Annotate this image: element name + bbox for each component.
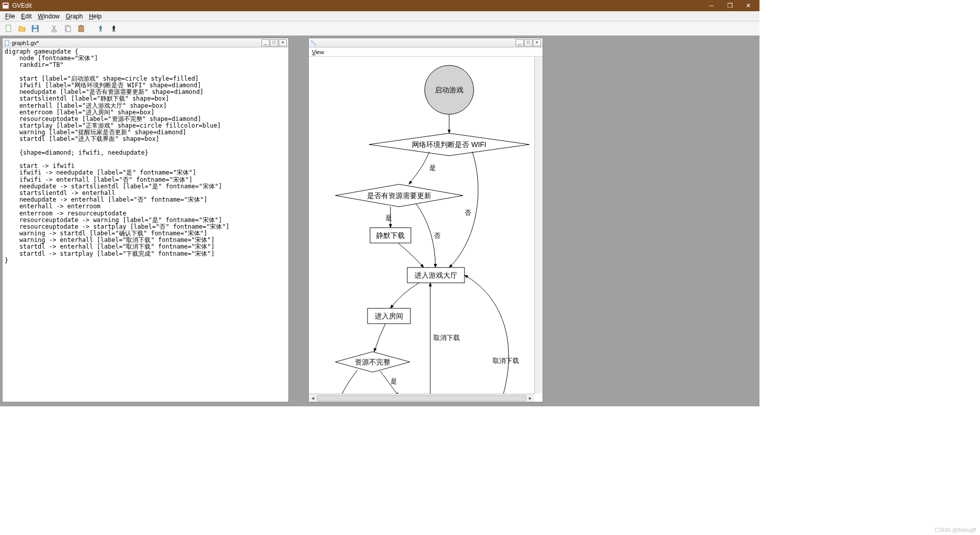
graph-view-window: _ □ × View 启动游戏 网络环	[308, 38, 543, 402]
svg-rect-5	[33, 29, 37, 32]
menu-edit[interactable]: Edit	[18, 12, 35, 21]
svg-rect-10	[79, 26, 84, 32]
menu-graph[interactable]: Graph	[63, 12, 86, 21]
editor-tab-title: graph1.gv*	[12, 40, 261, 46]
graph-view-menu-view[interactable]: View	[312, 49, 324, 55]
new-file-button[interactable]	[3, 23, 14, 34]
edge-cancel2: 取消下载	[493, 357, 519, 364]
close-button[interactable]: ✕	[739, 1, 757, 11]
app-titlebar: GVEdit ─ ❐ ✕	[0, 0, 760, 11]
app-icon	[2, 2, 9, 9]
edge-cancel1: 取消下载	[433, 334, 460, 342]
menu-help[interactable]: Help	[86, 12, 105, 21]
app-title: GVEdit	[12, 2, 702, 9]
svg-rect-4	[34, 26, 37, 28]
graph-minimize-button[interactable]: _	[516, 39, 524, 46]
code-editor[interactable]	[3, 47, 288, 402]
document-icon	[4, 40, 10, 46]
maximize-button[interactable]: ❐	[721, 1, 739, 11]
graph-canvas[interactable]: 启动游戏 网络环境判断是否 WIFI 是 否 是否有资源需要更新	[309, 57, 543, 402]
run-layout-button[interactable]	[95, 23, 106, 34]
svg-rect-12	[5, 40, 9, 45]
edge-yes2: 是	[385, 214, 392, 222]
menu-file[interactable]: FFileile	[2, 12, 18, 21]
menubar: FFileile Edit Window Graph Help	[0, 11, 760, 21]
edge-yes1: 是	[429, 164, 436, 172]
graph-horizontal-scrollbar[interactable]: ◄ ►	[309, 394, 534, 402]
menu-window[interactable]: Window	[35, 12, 63, 21]
node-needupdate: 是否有资源需要更新	[367, 191, 431, 200]
edge-no1: 否	[464, 209, 471, 216]
node-enterroom: 进入房间	[375, 312, 403, 320]
copy-button[interactable]	[62, 23, 74, 34]
minimize-button[interactable]: ─	[702, 1, 721, 11]
editor-window: graph1.gv* _ □ ×	[2, 38, 289, 402]
graph-view-titlebar[interactable]: _ □ ×	[309, 38, 543, 47]
svg-rect-0	[3, 3, 9, 9]
open-file-button[interactable]	[16, 23, 28, 34]
node-start: 启动游戏	[435, 86, 463, 94]
graph-close-button[interactable]: ×	[533, 39, 541, 46]
node-enterhall: 进入游戏大厅	[414, 271, 457, 279]
svg-rect-1	[4, 4, 8, 5]
graph-maximize-button[interactable]: □	[524, 39, 532, 46]
scroll-thumb[interactable]	[317, 395, 526, 401]
scroll-left-arrow[interactable]: ◄	[309, 394, 317, 402]
editor-maximize-button[interactable]: □	[270, 39, 278, 46]
workspace: graph1.gv* _ □ × _ □ × View	[0, 36, 760, 406]
graph-vertical-scrollbar[interactable]	[534, 57, 543, 394]
paste-button[interactable]	[76, 23, 87, 34]
graph-view-menubar: View	[309, 47, 543, 57]
svg-rect-9	[66, 27, 70, 32]
scroll-right-arrow[interactable]: ►	[526, 394, 534, 402]
graph-icon	[310, 40, 316, 46]
svg-line-15	[312, 42, 314, 44]
node-startslientdl: 静默下载	[376, 231, 405, 239]
node-resourceuptodate: 资源不完整	[355, 358, 390, 366]
svg-rect-11	[80, 25, 83, 27]
cut-button[interactable]	[49, 23, 60, 34]
node-ifwifi: 网络环境判断是否 WIFI	[412, 140, 486, 149]
save-file-button[interactable]	[30, 23, 41, 34]
run-button[interactable]	[108, 23, 119, 34]
edge-no2: 否	[434, 232, 440, 239]
editor-titlebar[interactable]: graph1.gv* _ □ ×	[3, 38, 288, 47]
editor-close-button[interactable]: ×	[279, 39, 287, 46]
edge-yes3: 是	[390, 377, 397, 385]
toolbar	[0, 21, 760, 36]
editor-minimize-button[interactable]: _	[261, 39, 270, 46]
